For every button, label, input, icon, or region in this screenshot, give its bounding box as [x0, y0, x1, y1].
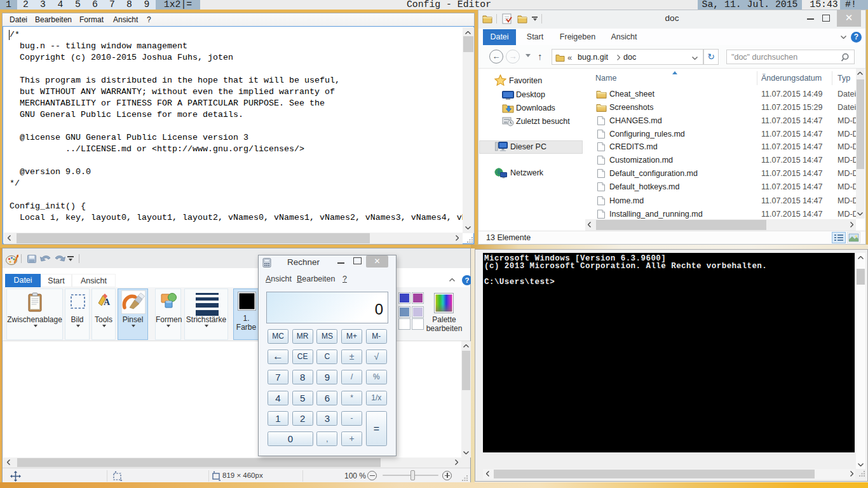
svg-text:A: A: [104, 297, 111, 307]
